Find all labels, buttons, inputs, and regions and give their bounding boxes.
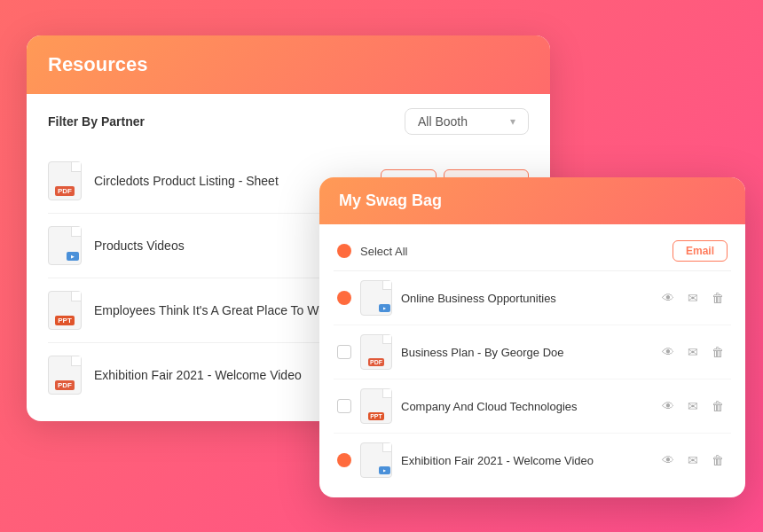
swag-list-item: PPT Company And Cloud Technologies 👁 ✉ 🗑 <box>334 379 731 434</box>
view-icon[interactable]: 👁 <box>658 450 678 470</box>
file-type-label: PPT <box>368 412 384 420</box>
delete-icon[interactable]: 🗑 <box>708 450 728 470</box>
swag-item-checkbox[interactable] <box>337 345 351 359</box>
swag-file-icon-ppt: PPT <box>360 388 392 424</box>
view-icon[interactable]: 👁 <box>658 396 678 416</box>
file-type-label: PDF <box>55 186 75 196</box>
select-all-label: Select All <box>360 245 407 258</box>
play-icon <box>379 466 390 474</box>
filter-value: All Booth <box>418 114 468 129</box>
swag-bag-body: Select All Email Online Business Opportu… <box>319 224 745 497</box>
delete-icon[interactable]: 🗑 <box>708 396 728 416</box>
swag-bag-panel: My Swag Bag Select All Email Online Busi… <box>319 177 745 497</box>
play-icon <box>379 304 390 312</box>
swag-item-checkbox[interactable] <box>337 291 351 305</box>
swag-item-checkbox[interactable] <box>337 453 351 467</box>
swag-item-actions: 👁 ✉ 🗑 <box>658 342 728 362</box>
swag-list-item: Exhibition Fair 2021 - Welcome Video 👁 ✉… <box>334 434 731 487</box>
email-icon[interactable]: ✉ <box>683 450 703 470</box>
swag-bag-title: My Swag Bag <box>339 192 442 209</box>
swag-list-item: Online Business Opportunities 👁 ✉ 🗑 <box>334 271 731 325</box>
email-icon[interactable]: ✉ <box>683 342 703 362</box>
email-button[interactable]: Email <box>673 240 728 262</box>
swag-item-name: Company And Cloud Technologies <box>401 400 649 413</box>
swag-item-actions: 👁 ✉ 🗑 <box>658 288 728 308</box>
swag-item-checkbox[interactable] <box>337 399 351 413</box>
filter-label: Filter By Partner <box>48 114 145 129</box>
file-type-label: PDF <box>55 380 75 390</box>
view-icon[interactable]: 👁 <box>658 288 678 308</box>
file-type-label: PPT <box>55 316 75 325</box>
swag-file-icon-video <box>360 280 392 316</box>
filter-row: Filter By Partner All Booth ▾ <box>48 108 529 135</box>
swag-item-name: Business Plan - By George Doe <box>401 346 649 359</box>
swag-select-all-row: Select All Email <box>334 231 731 271</box>
swag-item-actions: 👁 ✉ 🗑 <box>658 450 728 470</box>
play-icon <box>67 252 79 261</box>
select-all-left: Select All <box>337 244 407 258</box>
resources-header: Resources <box>27 35 550 94</box>
delete-icon[interactable]: 🗑 <box>708 342 728 362</box>
swag-list-item: PDF Business Plan - By George Doe 👁 ✉ 🗑 <box>334 325 731 379</box>
swag-file-icon-video <box>360 442 392 478</box>
swag-item-name: Online Business Opportunities <box>401 292 649 305</box>
chevron-down-icon: ▾ <box>510 115 515 128</box>
delete-icon[interactable]: 🗑 <box>708 288 728 308</box>
swag-file-icon-pdf: PDF <box>360 334 392 370</box>
filter-select[interactable]: All Booth ▾ <box>405 108 529 135</box>
email-icon[interactable]: ✉ <box>683 288 703 308</box>
view-icon[interactable]: 👁 <box>658 342 678 362</box>
file-icon-ppt: PPT <box>48 291 82 330</box>
email-icon[interactable]: ✉ <box>683 396 703 416</box>
file-icon-video <box>48 226 82 265</box>
select-all-checkbox[interactable] <box>337 244 351 258</box>
swag-item-actions: 👁 ✉ 🗑 <box>658 396 728 416</box>
file-icon-pdf: PDF <box>48 161 82 200</box>
resources-title: Resources <box>48 53 148 75</box>
swag-item-name: Exhibition Fair 2021 - Welcome Video <box>401 454 649 467</box>
file-type-label: PDF <box>368 358 384 366</box>
swag-bag-header: My Swag Bag <box>319 177 745 224</box>
file-icon-pdf: PDF <box>48 356 82 395</box>
